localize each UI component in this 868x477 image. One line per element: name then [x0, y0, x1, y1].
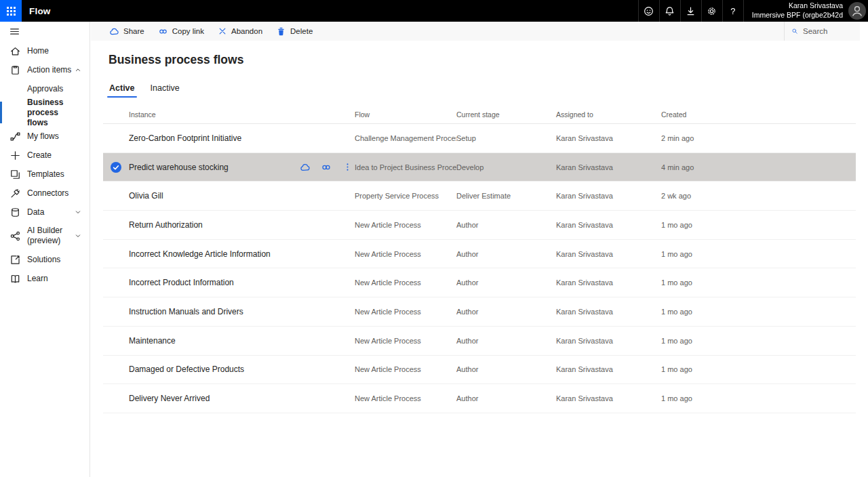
table-header: Instance Flow Current stage Assigned to …	[103, 105, 856, 124]
cell-instance: Damaged or Defective Products	[129, 365, 355, 374]
table-row[interactable]: Instruction Manuals and Drivers New Arti…	[103, 297, 856, 327]
sidebar-item-connectors[interactable]: Connectors	[0, 184, 90, 203]
notifications-button[interactable]	[659, 0, 680, 22]
cell-flow: Property Service Process	[355, 192, 456, 200]
share-icon[interactable]	[299, 161, 311, 173]
sidebar-item-approvals[interactable]: Approvals	[0, 79, 90, 98]
link-icon	[158, 26, 168, 37]
sidebar-item-business-process-flows[interactable]: Business process flows	[0, 98, 90, 127]
cell-instance: Delivery Never Arrived	[129, 394, 355, 403]
app-launcher-button[interactable]	[0, 0, 22, 22]
sidebar-item-action-items[interactable]: Action items	[0, 60, 90, 79]
column-header-flow[interactable]: Flow	[355, 110, 456, 119]
emoji-feedback-button[interactable]	[638, 0, 659, 22]
hamburger-icon	[9, 26, 20, 37]
trash-icon	[276, 26, 286, 37]
cell-created: 1 mo ago	[661, 394, 856, 402]
nav-collapse-button[interactable]	[0, 22, 90, 41]
share-button[interactable]: Share	[102, 22, 151, 41]
selected-check-icon[interactable]	[111, 162, 121, 173]
sidebar-item-learn[interactable]: Learn	[0, 269, 90, 288]
table-row[interactable]: Return Authorization New Article Process…	[103, 211, 856, 240]
tab-inactive[interactable]: Inactive	[150, 83, 180, 98]
tab-active[interactable]: Active	[108, 83, 136, 98]
cell-instance: Return Authorization	[129, 220, 355, 230]
sidebar-item-data[interactable]: Data	[0, 203, 90, 222]
user-name: Karan Srivastava	[789, 1, 843, 11]
flow-icon	[9, 130, 21, 142]
table-row[interactable]: Incorrect Product Information New Articl…	[103, 268, 856, 297]
environment-name: Immersive BPF (orgbe2b42d	[752, 11, 843, 20]
more-options-icon[interactable]	[341, 161, 353, 173]
cell-instance: Zero-Carbon Footprint Initiative	[129, 133, 355, 143]
table-row[interactable]: Maintenance New Article Process Author K…	[103, 327, 856, 356]
sidebar-item-solutions[interactable]: Solutions	[0, 250, 90, 269]
column-header-created[interactable]: Created	[661, 110, 856, 119]
help-icon: ?	[730, 6, 735, 16]
cell-current-stage: Deliver Estimate	[456, 192, 556, 200]
table-row[interactable]: Delivery Never Arrived New Article Proce…	[103, 384, 856, 413]
cell-assigned-to: Karan Srivastava	[556, 221, 661, 229]
download-icon	[685, 5, 696, 17]
download-button[interactable]	[680, 0, 701, 22]
sidebar-item-templates[interactable]: Templates	[0, 165, 90, 184]
clipboard-icon	[9, 64, 21, 76]
search-box[interactable]	[784, 22, 860, 41]
cell-created: 1 mo ago	[661, 308, 856, 316]
help-button[interactable]: ?	[722, 0, 743, 22]
cell-current-stage: Author	[456, 337, 556, 345]
abandon-button[interactable]: Abandon	[211, 22, 269, 41]
table-body: Zero-Carbon Footprint Initiative Challen…	[103, 124, 856, 413]
copy-link-icon[interactable]	[320, 161, 332, 173]
cell-assigned-to: Karan Srivastava	[556, 278, 661, 287]
cell-flow: Challenge Management Process	[355, 134, 456, 142]
cell-created: 1 mo ago	[661, 221, 856, 229]
avatar[interactable]	[848, 0, 868, 22]
table-row[interactable]: Predict warehouse stocking Idea to Proje…	[103, 153, 856, 182]
main-content: Business process flows Active Inactive I…	[91, 41, 868, 477]
cell-assigned-to: Karan Srivastava	[556, 134, 661, 142]
cell-flow: New Article Process	[355, 365, 456, 373]
table-row[interactable]: Olivia Gill Property Service Process Del…	[103, 182, 856, 211]
cell-assigned-to: Karan Srivastava	[556, 308, 661, 316]
tab-bar: Active Inactive	[108, 83, 868, 98]
cell-assigned-to: Karan Srivastava	[556, 192, 661, 200]
top-app-bar: Flow ? Karan Srivastava Immersive BPF (o…	[0, 0, 868, 22]
cell-flow: New Article Process	[355, 221, 456, 229]
cell-flow: New Article Process	[355, 308, 456, 316]
sidebar-item-home[interactable]: Home	[0, 41, 90, 60]
book-icon	[9, 272, 21, 285]
database-icon	[9, 206, 21, 218]
column-header-instance[interactable]: Instance	[129, 110, 355, 119]
settings-icon	[706, 5, 717, 17]
solutions-icon	[9, 253, 21, 266]
sidebar-item-ai-builder[interactable]: AI Builder (preview)	[0, 222, 90, 250]
cell-assigned-to: Karan Srivastava	[556, 365, 661, 373]
copy-link-button[interactable]: Copy link	[151, 22, 211, 41]
column-header-current-stage[interactable]: Current stage	[456, 110, 556, 119]
connectors-icon	[9, 187, 21, 199]
page-title: Business process flows	[108, 53, 868, 67]
table-row[interactable]: Zero-Carbon Footprint Initiative Challen…	[103, 124, 856, 153]
cell-flow: New Article Process	[355, 337, 456, 345]
table-row[interactable]: Incorrect Knowledge Article Information …	[103, 240, 856, 269]
cell-instance: Incorrect Knowledge Article Information	[129, 249, 355, 259]
sidebar-item-my-flows[interactable]: My flows	[0, 127, 90, 146]
cell-assigned-to: Karan Srivastava	[556, 394, 661, 402]
cell-flow: New Article Process	[355, 278, 456, 287]
account-info[interactable]: Karan Srivastava Immersive BPF (orgbe2b4…	[743, 0, 848, 22]
sidebar-item-create[interactable]: Create	[0, 146, 90, 165]
avatar-icon	[848, 2, 866, 20]
column-header-assigned-to[interactable]: Assigned to	[556, 110, 661, 119]
cell-created: 4 min ago	[661, 163, 856, 171]
cell-instance: Olivia Gill	[129, 191, 355, 201]
bpf-table: Instance Flow Current stage Assigned to …	[103, 105, 856, 413]
ai-builder-icon	[9, 230, 21, 242]
table-row[interactable]: Damaged or Defective Products New Articl…	[103, 356, 856, 385]
delete-button[interactable]: Delete	[269, 22, 319, 41]
emoji-icon	[643, 5, 654, 17]
search-input[interactable]	[803, 27, 853, 35]
cell-flow: New Article Process	[355, 250, 456, 258]
cell-flow: New Article Process	[355, 394, 456, 402]
settings-button[interactable]	[701, 0, 722, 22]
